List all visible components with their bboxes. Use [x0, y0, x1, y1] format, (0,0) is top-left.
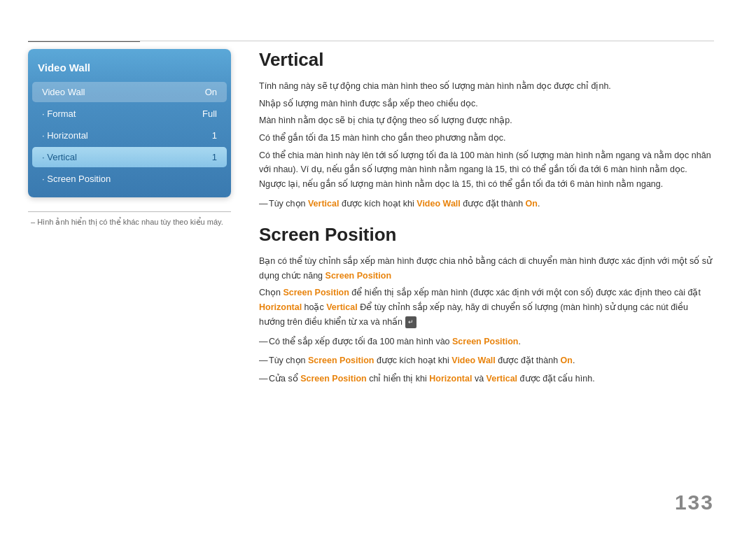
- enter-key-icon: ↵: [405, 316, 416, 328]
- main-content: Vertical Tính năng này sẽ tự động chia m…: [259, 49, 714, 391]
- sidebar-item-vertical-label: · Vertical: [42, 152, 77, 162]
- sidebar-item-vertical-value: 1: [212, 152, 217, 162]
- sidebar-item-videowall-label: Video Wall: [42, 87, 85, 97]
- sidebar-item-videowall[interactable]: Video Wall On: [32, 82, 227, 102]
- sidebar-item-format-label: · Format: [42, 108, 76, 119]
- vertical-note1-videowall: Video Wall: [416, 199, 461, 209]
- page-container: Video Wall Video Wall On · Format Full ·…: [0, 0, 756, 534]
- vertical-p5: Có thể chia màn hình này lên tới số lượn…: [259, 148, 714, 192]
- vertical-note1: Tùy chọn Vertical được kích hoạt khi Vid…: [259, 197, 714, 211]
- sp-p1-highlight: Screen Position: [326, 271, 391, 281]
- vertical-p3: Màn hình nằm dọc sẽ bị chia tự động theo…: [259, 113, 714, 128]
- sidebar-item-horizontal-label: · Horizontal: [42, 130, 88, 141]
- sp-note2: Tùy chọn Screen Position được kích hoạt …: [259, 353, 714, 368]
- sidebar-item-format[interactable]: · Format Full: [32, 104, 227, 124]
- sp-p2-horizontal: Horizontal: [259, 302, 302, 312]
- sidebar-item-screenposition[interactable]: · Screen Position: [32, 169, 227, 189]
- section-vertical-title: Vertical: [259, 49, 714, 71]
- sp-note1: Có thể sắp xếp được tối đa 100 màn hình …: [259, 335, 714, 349]
- sp-note2-on: On: [561, 356, 573, 365]
- vertical-p1: Tính năng này sẽ tự động chia màn hình t…: [259, 79, 714, 94]
- vertical-note1-on: On: [526, 199, 538, 209]
- page-number: 133: [675, 491, 714, 514]
- sidebar-title: Video Wall: [28, 56, 231, 80]
- sp-p1: Bạn có thể tùy chỉnh sắp xếp màn hình đư…: [259, 254, 714, 283]
- sp-note2-sp: Screen Position: [308, 356, 374, 365]
- sp-note1-sp: Screen Position: [452, 337, 518, 346]
- sp-note3-vertical: Vertical: [486, 374, 517, 384]
- vertical-p2: Nhập số lượng màn hình được sắp xếp theo…: [259, 97, 714, 111]
- sp-note3: Cửa sổ Screen Position chỉ hiển thị khi …: [259, 372, 714, 386]
- section-vertical-body: Tính năng này sẽ tự động chia màn hình t…: [259, 79, 714, 211]
- section-screenposition-body: Bạn có thể tùy chỉnh sắp xếp màn hình đư…: [259, 254, 714, 386]
- vertical-note1-vertical: Vertical: [308, 199, 339, 209]
- sidebar-item-horizontal[interactable]: · Horizontal 1: [32, 125, 227, 146]
- sidebar-item-videowall-value: On: [205, 87, 217, 97]
- sp-p2-vertical: Vertical: [326, 302, 357, 312]
- sidebar-item-vertical[interactable]: · Vertical 1: [32, 147, 227, 167]
- vertical-p4: Có thể gắn tối đa 15 màn hình cho gắn th…: [259, 131, 714, 146]
- sp-p2-sp: Screen Position: [283, 288, 349, 297]
- sidebar-note: – Hình ảnh hiển thị có thể khác nhau tùy…: [28, 211, 231, 227]
- section-screenposition: Screen Position Bạn có thể tùy chỉnh sắp…: [259, 224, 714, 386]
- sidebar-panel: Video Wall Video Wall On · Format Full ·…: [28, 49, 231, 197]
- sidebar-item-format-value: Full: [202, 108, 217, 119]
- section-screenposition-title: Screen Position: [259, 224, 714, 246]
- sp-note3-sp: Screen Position: [300, 374, 366, 384]
- sp-note2-vw: Video Wall: [451, 356, 496, 365]
- section-vertical: Vertical Tính năng này sẽ tự động chia m…: [259, 49, 714, 211]
- sp-p2: Chọn Screen Position để hiển thị sắp xếp…: [259, 286, 714, 329]
- sidebar-item-screenposition-label: · Screen Position: [42, 174, 111, 184]
- sp-note3-horizontal: Horizontal: [429, 374, 472, 384]
- top-line: [28, 41, 714, 41]
- sidebar: Video Wall Video Wall On · Format Full ·…: [28, 49, 231, 391]
- sidebar-item-horizontal-value: 1: [212, 130, 217, 141]
- content-wrapper: Video Wall Video Wall On · Format Full ·…: [28, 49, 714, 391]
